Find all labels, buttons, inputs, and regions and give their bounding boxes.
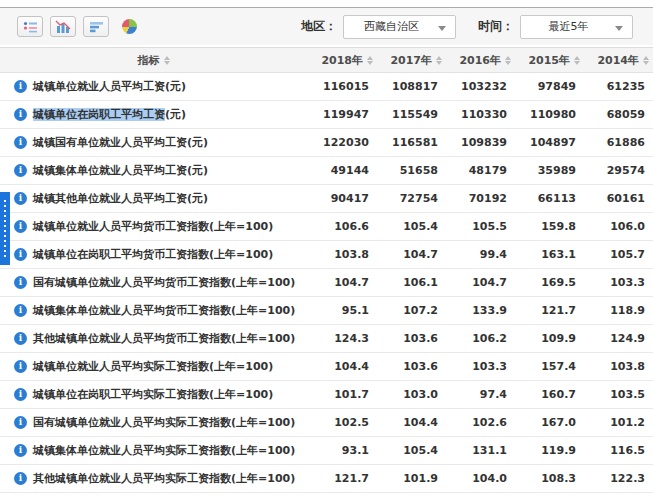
info-icon[interactable]: i [14,164,27,177]
feedback-tab-dots [4,200,6,258]
value-cell: 101.2 [584,416,653,429]
value-cell: 124.9 [584,332,653,345]
pie-chart-icon [122,19,137,34]
filters: 地区： 西藏自治区 时间： 最近5年 [301,15,633,39]
bar-line-chart-button[interactable] [50,16,76,37]
value-cell: 122030 [308,136,377,149]
info-icon[interactable]: i [14,472,27,485]
indicator-name: 城镇单位在岗职工平均货币工资指数 [33,248,209,261]
value-cell: 167.0 [515,416,584,429]
value-cell: 107.2 [377,304,446,317]
indicator-cell: i 城镇集体单位就业人员平均货币工资指数(上年=100) [0,303,308,318]
indicator-suffix: (元) [165,108,186,121]
value-cell: 121.7 [308,472,377,485]
indicator-table: 指标 2018年 2017年 2016年 2015年 2014年 [0,47,653,493]
info-icon[interactable]: i [14,360,27,373]
table-row[interactable]: i 城镇其他单位就业人员平均工资(元) 90417 72754 70192 66… [0,185,653,213]
sort-icon[interactable] [366,56,374,65]
info-icon[interactable]: i [14,444,27,457]
value-cell: 106.1 [377,276,446,289]
indicator-suffix: (元) [187,192,208,205]
indicator-name: 城镇集体单位就业人员平均实际工资指数 [33,444,231,457]
info-icon[interactable]: i [14,80,27,93]
info-icon[interactable]: i [14,192,27,205]
list-view-button[interactable] [17,16,43,37]
value-cell: 103.6 [377,332,446,345]
info-icon[interactable]: i [14,416,27,429]
table-row[interactable]: i 国有城镇单位就业人员平均货币工资指数(上年=100) 104.7 106.1… [0,269,653,297]
value-cell: 105.4 [377,444,446,457]
pie-chart-button[interactable] [116,16,142,37]
info-icon[interactable]: i [14,304,27,317]
value-cell: 121.7 [515,304,584,317]
info-icon[interactable]: i [14,136,27,149]
info-icon[interactable]: i [14,332,27,345]
table-row[interactable]: i 城镇单位在岗职工平均货币工资指数(上年=100) 103.8 104.7 9… [0,241,653,269]
sort-icon[interactable] [163,56,171,65]
sort-icon[interactable] [504,56,512,65]
value-cell: 104.7 [308,276,377,289]
sort-icon[interactable] [435,56,443,65]
value-cell: 119947 [308,108,377,121]
feedback-side-tab[interactable] [0,192,10,265]
value-cell: 101.7 [308,388,377,401]
header-year-2016[interactable]: 2016年 [446,53,515,68]
table-row[interactable]: i 城镇单位在岗职工平均实际工资指数(上年=100) 101.7 103.0 9… [0,381,653,409]
sort-icon[interactable] [642,56,650,65]
table-row[interactable]: i 城镇单位就业人员平均工资(元) 116015 108817 103232 9… [0,73,653,101]
value-cell: 106.2 [446,332,515,345]
indicator-cell: i 城镇集体单位就业人员平均工资(元) [0,163,308,178]
sort-icon[interactable] [573,56,581,65]
region-label: 地区： [301,18,337,35]
header-year-2015[interactable]: 2015年 [515,53,584,68]
value-cell: 116015 [308,80,377,93]
header-year-2018[interactable]: 2018年 [308,53,377,68]
info-icon[interactable]: i [14,220,27,233]
table-row[interactable]: i 城镇集体单位就业人员平均工资(元) 49144 51658 48179 35… [0,157,653,185]
year-label: 2018年 [321,53,363,68]
time-dropdown[interactable]: 最近5年 [520,15,633,39]
indicator-name: 城镇单位就业人员平均实际工资指数 [33,360,209,373]
table-row[interactable]: i 其他城镇单位就业人员平均货币工资指数(上年=100) 124.3 103.6… [0,325,653,353]
info-icon[interactable]: i [14,388,27,401]
indicator-name: 城镇单位在岗职工平均工资 [33,108,165,121]
info-icon[interactable]: i [14,248,27,261]
table-row[interactable]: i 城镇单位就业人员平均货币工资指数(上年=100) 106.6 105.4 1… [0,213,653,241]
indicator-name: 城镇集体单位就业人员平均工资 [33,164,187,177]
indicator-suffix: (元) [187,164,208,177]
indicator-name: 城镇集体单位就业人员平均货币工资指数 [33,304,231,317]
table-row[interactable]: i 国有城镇单位就业人员平均实际工资指数(上年=100) 102.5 104.4… [0,409,653,437]
table-row[interactable]: i 城镇国有单位就业人员平均工资(元) 122030 116581 109839… [0,129,653,157]
value-cell: 66113 [515,192,584,205]
header-year-2014[interactable]: 2014年 [584,53,653,68]
value-cell: 93.1 [308,444,377,457]
value-cell: 35989 [515,164,584,177]
info-icon[interactable]: i [14,276,27,289]
value-cell: 109839 [446,136,515,149]
year-label: 2014年 [597,53,639,68]
indicator-suffix: (上年=100) [231,444,295,457]
value-cell: 104.4 [308,360,377,373]
hbar-chart-button[interactable] [83,16,109,37]
table-row[interactable]: i 城镇单位就业人员平均实际工资指数(上年=100) 104.4 103.6 1… [0,353,653,381]
table-row[interactable]: i 其他城镇单位就业人员平均实际工资指数(上年=100) 121.7 101.9… [0,465,653,493]
value-cell: 102.5 [308,416,377,429]
indicator-suffix: (元) [187,136,208,149]
indicator-label: 城镇单位就业人员平均货币工资指数(上年=100) [33,219,273,234]
info-icon[interactable]: i [14,108,27,121]
indicator-label: 城镇集体单位就业人员平均实际工资指数(上年=100) [33,443,295,458]
region-dropdown[interactable]: 西藏自治区 [343,15,456,39]
year-label: 2015年 [528,53,570,68]
value-cell: 99.4 [446,248,515,261]
indicator-suffix: (上年=100) [231,416,295,429]
value-cell: 159.8 [515,220,584,233]
value-cell: 122.3 [584,472,653,485]
table-row[interactable]: i 城镇集体单位就业人员平均实际工资指数(上年=100) 93.1 105.4 … [0,437,653,465]
value-cell: 110980 [515,108,584,121]
value-cell: 118.9 [584,304,653,317]
region-value: 西藏自治区 [364,19,435,34]
header-year-2017[interactable]: 2017年 [377,53,446,68]
header-indicator[interactable]: 指标 [0,53,308,68]
table-row[interactable]: i 城镇单位在岗职工平均工资(元) 119947 115549 110330 1… [0,101,653,129]
table-row[interactable]: i 城镇集体单位就业人员平均货币工资指数(上年=100) 95.1 107.2 … [0,297,653,325]
